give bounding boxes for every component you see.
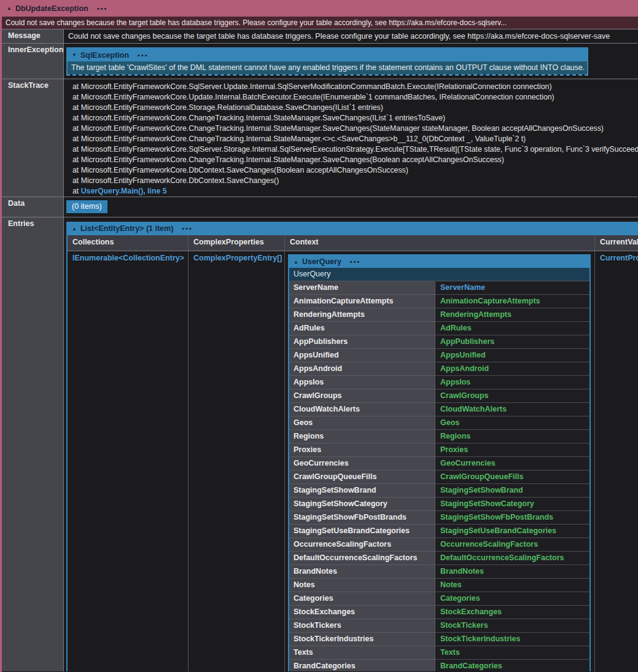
property-value-link[interactable]: Regions (435, 430, 589, 443)
property-value-link[interactable]: ServerName (435, 281, 589, 295)
property-row: AdRulesAdRules (289, 322, 589, 335)
current-values-link[interactable]: CurrentPropertyValues (595, 251, 638, 262)
property-value-link[interactable]: OccurrenceScalingFactors (435, 538, 589, 552)
column-header-collections: Collections (68, 235, 189, 251)
more-options-icon[interactable]: ••• (350, 258, 361, 265)
property-value-link[interactable]: AnimationCaptureAttempts (435, 295, 589, 308)
property-name: AppsUnified (289, 349, 435, 362)
entries-label: Entries (2, 217, 64, 671)
property-name: RenderingAttempts (289, 308, 435, 322)
property-value-link[interactable]: Notes (435, 579, 589, 592)
property-value-link[interactable]: StagingSetShowBrand (435, 484, 589, 498)
property-value-link[interactable]: BrandCategories (435, 660, 589, 671)
message-text: Could not save changes because the targe… (64, 29, 638, 43)
property-row: DefaultOccurrenceScalingFactorsDefaultOc… (289, 552, 589, 565)
property-value-link[interactable]: Proxies (435, 443, 589, 457)
property-row: StockExchangesStockExchanges (289, 606, 589, 619)
property-name: StagingSetShowFbPostBrands (289, 511, 435, 525)
sql-exception-box: ▼ SqlException ••• The target table 'Cra… (66, 47, 588, 76)
property-name: StagingSetShowBrand (289, 484, 435, 498)
property-name: StockTickers (289, 619, 435, 633)
user-query-header[interactable]: ▲ UserQuery ••• (289, 256, 589, 268)
stack-frame: at Microsoft.EntityFrameworkCore.Update.… (72, 92, 638, 103)
property-name: DefaultOccurrenceScalingFactors (289, 552, 435, 565)
more-options-icon[interactable]: ••• (138, 52, 149, 59)
property-row: StagingSetShowCategoryStagingSetShowCate… (289, 498, 589, 511)
stack-frame: at Microsoft.EntityFrameworkCore.ChangeT… (72, 113, 638, 123)
property-value-link[interactable]: AppsAndroid (435, 362, 589, 376)
property-value-link[interactable]: StockTickers (435, 619, 589, 633)
property-row: ProxiesProxies (289, 443, 589, 457)
property-row: StagingSetShowBrandStagingSetShowBrand (289, 484, 589, 498)
property-value-link[interactable]: BrandNotes (435, 565, 589, 579)
entity-entry-list-table: ▲ List<EntityEntry> (1 item) ••• Collect… (66, 222, 638, 671)
stack-frame-link[interactable]: UserQuery.Main(), line 5 (81, 187, 167, 195)
property-value-link[interactable]: Categories (435, 592, 589, 606)
message-row: Message Could not save changes because t… (2, 29, 638, 43)
data-row: Data (0 items) (2, 197, 638, 217)
property-value-link[interactable]: AppsIos (435, 376, 589, 389)
property-name: Proxies (289, 443, 435, 457)
property-name: AppPublishers (289, 335, 435, 349)
property-value-link[interactable]: StagingSetShowCategory (435, 498, 589, 511)
property-value-link[interactable]: Geos (435, 416, 589, 430)
user-query-type-row: UserQuery (289, 268, 589, 281)
more-options-icon[interactable]: ••• (182, 225, 193, 232)
property-row: GeosGeos (289, 416, 589, 430)
property-row: CategoriesCategories (289, 592, 589, 606)
property-value-link[interactable]: StockTickerIndustries (435, 633, 589, 646)
complex-properties-link[interactable]: ComplexPropertyEntry[] (189, 251, 284, 262)
property-value-link[interactable]: RenderingAttempts (435, 308, 589, 322)
collections-link[interactable]: IEnumerable<CollectionEntry> (68, 251, 188, 262)
property-value-link[interactable]: CrawlGroupQueueFills (435, 471, 589, 484)
more-options-icon[interactable]: ••• (97, 5, 108, 12)
property-value-link[interactable]: CrawlGroups (435, 389, 589, 403)
property-row: AnimationCaptureAttemptsAnimationCapture… (289, 295, 589, 308)
data-items-button[interactable]: (0 items) (66, 200, 107, 213)
user-query-property-list: ServerNameServerNameAnimationCaptureAtte… (289, 281, 589, 671)
property-value-link[interactable]: StagingSetShowFbPostBrands (435, 511, 589, 525)
property-name: CloudWatchAlerts (289, 403, 435, 416)
property-name: GeoCurrencies (289, 457, 435, 471)
exception-header[interactable]: ▲ DbUpdateException ••• (2, 0, 638, 17)
property-value-link[interactable]: GeoCurrencies (435, 457, 589, 471)
property-value-link[interactable]: AppsUnified (435, 349, 589, 362)
property-value-link[interactable]: StagingSetUseBrandCategories (435, 525, 589, 538)
property-value-link[interactable]: AdRules (435, 322, 589, 335)
entries-column-headers: Collections ComplexProperties Context Cu… (68, 235, 638, 251)
property-row: StockTickersStockTickers (289, 619, 589, 633)
property-row: AppsAndroidAppsAndroid (289, 362, 589, 376)
data-label: Data (2, 197, 64, 217)
sql-exception-header[interactable]: ▼ SqlException ••• (68, 49, 587, 61)
exception-title: DbUpdateException (15, 4, 88, 13)
property-row: NotesNotes (289, 579, 589, 592)
property-name: BrandNotes (289, 565, 435, 579)
property-name: Texts (289, 646, 435, 660)
exception-summary: Could not save changes because the targe… (2, 17, 638, 29)
stack-frame: at Microsoft.EntityFrameworkCore.SqlServ… (72, 82, 638, 92)
stack-frame-prefix: at (72, 187, 81, 195)
entity-entry-list-title: List<EntityEntry> (1 item) (80, 224, 173, 233)
message-label: Message (2, 29, 64, 43)
property-value-link[interactable]: Texts (435, 646, 589, 660)
column-header-complex-properties: ComplexProperties (189, 235, 285, 251)
property-name: Regions (289, 430, 435, 443)
expand-triangle-icon: ▼ (72, 52, 77, 58)
property-name: CrawlGroups (289, 389, 435, 403)
property-name: ServerName (289, 281, 435, 295)
property-value-link[interactable]: StockExchanges (435, 606, 589, 619)
property-row: RenderingAttemptsRenderingAttempts (289, 308, 589, 322)
entity-entry-list-header[interactable]: ▲ List<EntityEntry> (1 item) ••• (68, 222, 638, 235)
property-row: GeoCurrenciesGeoCurrencies (289, 457, 589, 471)
collapse-triangle-icon: ▲ (7, 6, 12, 11)
sql-exception-title: SqlException (80, 51, 129, 60)
property-value-link[interactable]: CloudWatchAlerts (435, 403, 589, 416)
property-name: Notes (289, 579, 435, 592)
property-value-link[interactable]: DefaultOccurrenceScalingFactors (435, 552, 589, 565)
collapse-triangle-icon: ▲ (294, 259, 298, 265)
stack-trace-list: at Microsoft.EntityFrameworkCore.SqlServ… (64, 79, 638, 197)
property-row: RegionsRegions (289, 430, 589, 443)
property-value-link[interactable]: AppPublishers (435, 335, 589, 349)
property-name: AdRules (289, 322, 435, 335)
property-name: BrandCategories (289, 660, 435, 671)
